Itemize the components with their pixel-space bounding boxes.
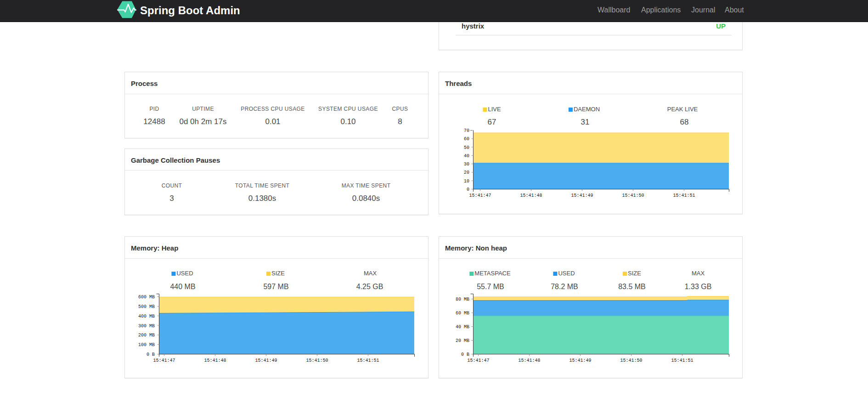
svg-text:20: 20 [464,170,469,175]
svg-text:15:41:47: 15:41:47 [467,358,489,363]
svg-text:15:41:51: 15:41:51 [673,193,695,198]
svg-text:15:41:48: 15:41:48 [204,358,226,363]
svg-text:60: 60 [464,137,469,142]
svg-text:40: 40 [464,154,469,159]
svg-text:15:41:47: 15:41:47 [153,358,175,363]
svg-text:10: 10 [464,179,469,184]
svg-text:15:41:48: 15:41:48 [518,358,540,363]
svg-text:15:41:50: 15:41:50 [620,358,642,363]
svg-text:300 MB: 300 MB [138,324,155,329]
svg-text:15:41:51: 15:41:51 [357,358,379,363]
svg-text:50: 50 [464,145,469,150]
svg-text:15:41:51: 15:41:51 [671,358,693,363]
svg-text:15:41:49: 15:41:49 [255,358,277,363]
svg-text:40 MB: 40 MB [456,325,469,330]
svg-text:70: 70 [464,128,469,133]
svg-text:400 MB: 400 MB [138,314,155,319]
svg-text:15:41:48: 15:41:48 [520,193,542,198]
svg-text:0 B: 0 B [147,352,155,357]
svg-text:20 MB: 20 MB [456,338,469,343]
svg-text:600 MB: 600 MB [138,295,155,300]
svg-text:60 MB: 60 MB [456,311,469,316]
svg-text:80 MB: 80 MB [456,297,469,302]
svg-text:30: 30 [464,162,469,167]
svg-text:0 B: 0 B [461,352,469,357]
svg-text:15:41:47: 15:41:47 [469,193,491,198]
svg-text:15:41:49: 15:41:49 [571,193,593,198]
svg-text:100 MB: 100 MB [138,342,155,347]
svg-text:0: 0 [467,187,469,192]
svg-text:15:41:49: 15:41:49 [569,358,591,363]
svg-text:500 MB: 500 MB [138,304,155,309]
svg-text:200 MB: 200 MB [138,333,155,338]
svg-text:15:41:50: 15:41:50 [622,193,644,198]
svg-text:15:41:50: 15:41:50 [306,358,328,363]
